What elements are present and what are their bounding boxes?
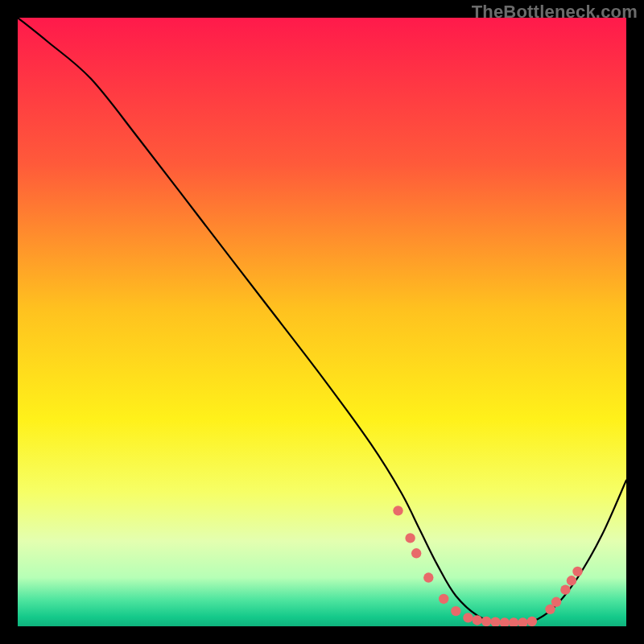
- chart-svg: [18, 18, 626, 626]
- marker-point: [393, 506, 402, 515]
- marker-point: [572, 567, 582, 576]
- marker-point: [439, 594, 448, 604]
- gradient-background: [18, 18, 626, 626]
- marker-point: [405, 533, 415, 543]
- chart-stage: TheBottleneck.com: [0, 0, 644, 644]
- marker-point: [481, 617, 491, 626]
- marker-point: [451, 606, 460, 616]
- marker-point: [423, 572, 433, 582]
- marker-point: [527, 617, 537, 626]
- marker-point: [560, 584, 570, 594]
- marker-point: [551, 597, 561, 607]
- marker-point: [463, 613, 473, 622]
- watermark-text: TheBottleneck.com: [472, 2, 638, 23]
- marker-point: [473, 615, 482, 625]
- marker-point: [411, 548, 421, 558]
- marker-point: [567, 576, 576, 585]
